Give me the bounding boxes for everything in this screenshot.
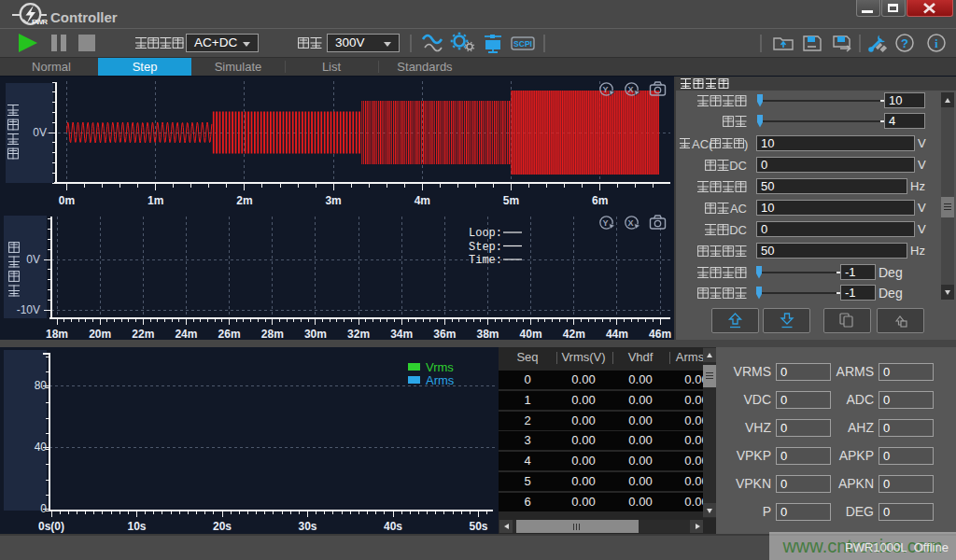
- svg-text:20m: 20m: [89, 328, 111, 340]
- svg-text:X: X: [627, 85, 633, 94]
- svg-text:40m: 40m: [520, 328, 542, 340]
- svg-text:40: 40: [35, 441, 48, 454]
- svg-text:i: i: [935, 37, 938, 50]
- svg-text:DC: DC: [729, 223, 747, 237]
- svg-text:20s: 20s: [213, 520, 232, 533]
- svg-text:28m: 28m: [261, 328, 284, 340]
- svg-text:3m: 3m: [325, 194, 341, 207]
- svg-text:0s(0): 0s(0): [38, 520, 64, 533]
- svg-text:38m: 38m: [476, 328, 499, 340]
- svg-text:30s: 30s: [298, 520, 316, 533]
- svg-text:Loop:: Loop:: [469, 227, 502, 240]
- svg-text:SCPI: SCPI: [513, 39, 532, 49]
- svg-text:0V: 0V: [33, 126, 47, 139]
- svg-text:-10V: -10V: [17, 303, 40, 316]
- svg-text:44m: 44m: [606, 328, 628, 340]
- svg-text:Step:: Step:: [469, 241, 502, 254]
- svg-text:0: 0: [40, 502, 47, 515]
- svg-text:22m: 22m: [132, 328, 154, 340]
- svg-text:46m: 46m: [649, 328, 671, 340]
- svg-text:Y: Y: [602, 218, 608, 228]
- svg-text:32m: 32m: [347, 328, 370, 340]
- svg-text:18m: 18m: [46, 328, 68, 340]
- svg-text:10s: 10s: [127, 520, 146, 533]
- svg-text:0V: 0V: [26, 253, 40, 266]
- svg-text:X: X: [627, 218, 633, 228]
- svg-text:34m: 34m: [390, 328, 413, 340]
- svg-text:24m: 24m: [175, 328, 197, 340]
- svg-text:0m: 0m: [59, 194, 75, 207]
- svg-text:50s: 50s: [469, 520, 487, 533]
- svg-text:42m: 42m: [563, 328, 585, 340]
- svg-text:5m: 5m: [503, 194, 519, 207]
- svg-text:40s: 40s: [384, 520, 402, 533]
- svg-text:36m: 36m: [433, 328, 456, 340]
- svg-text:): ): [744, 137, 748, 151]
- svg-text:Y: Y: [602, 85, 608, 94]
- svg-text:80: 80: [35, 379, 48, 392]
- svg-text:30m: 30m: [304, 328, 327, 340]
- svg-text:26m: 26m: [218, 328, 241, 340]
- svg-text:?: ?: [901, 36, 908, 50]
- svg-text:Arms: Arms: [426, 373, 455, 387]
- svg-text:4m: 4m: [415, 194, 430, 207]
- svg-text:1m: 1m: [148, 194, 163, 207]
- svg-text:AC(: AC(: [692, 137, 713, 151]
- svg-text:PWR: PWR: [32, 18, 48, 26]
- svg-text:AC: AC: [730, 202, 747, 216]
- svg-text:2m: 2m: [236, 194, 252, 207]
- svg-text:Vrms: Vrms: [426, 360, 454, 374]
- svg-text:DC: DC: [729, 159, 747, 173]
- svg-text:Time:: Time:: [469, 254, 502, 267]
- svg-text:6m: 6m: [592, 194, 608, 207]
